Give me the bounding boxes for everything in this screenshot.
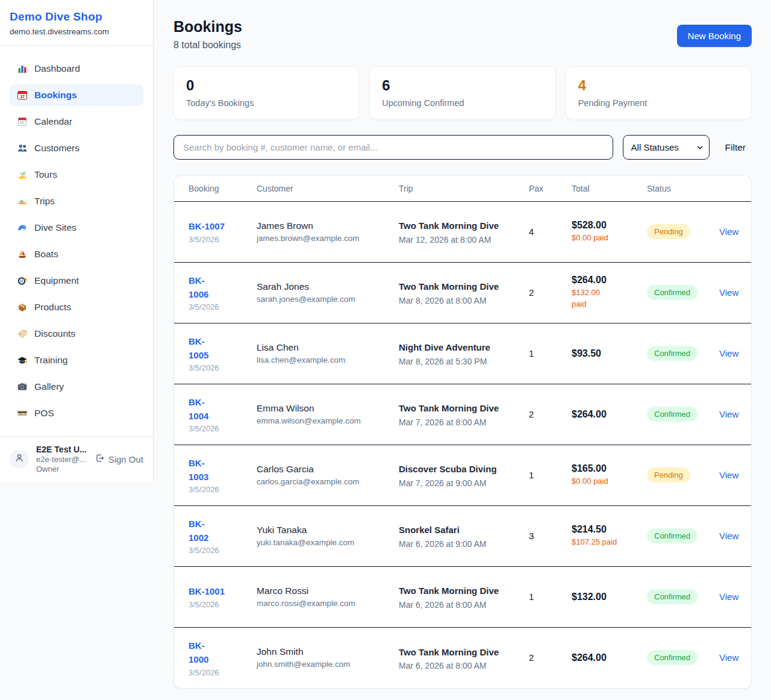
view-link[interactable]: View [719,470,738,480]
customer-name: Yuki Tanaka [257,525,399,536]
booking-id-link[interactable]: BK-1004 [189,395,257,423]
sidebar-item-dashboard[interactable]: Dashboard [10,58,143,80]
sidebar-item-equipment[interactable]: Equipment [10,270,143,292]
stat-card: 0Today's Bookings [173,66,360,120]
customer-name: John Smith [257,646,399,657]
column-header-pax: Pax [529,176,572,201]
view-link[interactable]: View [719,287,738,298]
view-link[interactable]: View [719,409,738,419]
sidebar-item-bookings[interactable]: 17Bookings [10,84,143,106]
svg-text:17: 17 [20,95,25,99]
booking-id-link[interactable]: BK-1005 [189,334,257,363]
calendar-date-icon: 17 [17,90,28,101]
stat-card: 6Upcoming Confirmed [369,66,555,120]
column-header-status: Status [647,176,719,201]
trip-time: Mar 6, 2026 at 8:00 AM [399,600,529,610]
sidebar-item-products[interactable]: Products [10,296,143,318]
booking-date: 3/5/2026 [189,546,257,555]
pax-count: 4 [529,227,534,237]
sidebar-item-calendar[interactable]: Calendar [10,111,143,133]
page-header: Bookings 8 total bookings New Booking [173,18,752,51]
sidebar-item-label: Customers [34,143,80,154]
sidebar-item-tours[interactable]: Tours [10,164,143,186]
filter-row: All Statuses Filter [173,135,752,160]
brand-block: Demo Dive Shop demo.test.divestreams.com [0,0,153,46]
view-link[interactable]: View [719,592,738,602]
pax-count: 1 [529,470,534,480]
sidebar-item-customers[interactable]: Customers [10,137,143,159]
trip-time: Mar 12, 2026 at 8:00 AM [399,235,529,245]
stat-label: Upcoming Confirmed [382,98,543,108]
column-header-trip: Trip [399,176,529,201]
view-link[interactable]: View [719,531,738,541]
island-icon [17,169,28,180]
view-link[interactable]: View [719,652,738,663]
speedboat-icon [17,196,28,207]
booking-id-link[interactable]: BK-1001 [189,584,257,598]
booking-id-link[interactable]: BK-1007 [189,219,257,233]
trip-time: Mar 6, 2026 at 8:00 AM [399,661,529,670]
booking-date: 3/5/2026 [189,668,257,677]
total-amount: $214.50 [572,524,647,535]
status-badge: Confirmed [647,650,698,665]
column-header-total: Total [572,176,647,201]
sidebar-item-label: POS [34,408,54,419]
filter-button[interactable]: Filter [719,142,752,153]
customer-email: james.brown@example.com [257,234,399,243]
table-header-row: BookingCustomerTripPaxTotalStatus [174,176,752,201]
pax-count: 1 [529,348,534,358]
package-icon [17,302,28,313]
booking-date: 3/5/2026 [189,302,257,311]
customer-email: john.smith@example.com [257,660,399,669]
sidebar-item-trips[interactable]: Trips [10,190,143,212]
status-badge: Confirmed [647,407,698,422]
booking-id-link[interactable]: BK-1003 [189,456,257,484]
sidebar-item-pos[interactable]: POS [10,402,143,424]
sidebar-item-gallery[interactable]: Gallery [10,376,143,398]
sidebar-item-discounts[interactable]: Discounts [10,323,143,345]
pax-count: 3 [529,531,534,541]
view-link[interactable]: View [719,227,738,237]
table-row: BK-10053/5/2026Lisa Chenlisa.chen@exampl… [174,323,752,384]
page-subtitle: 8 total bookings [173,40,242,51]
table-row: BK-10033/5/2026Carlos Garciacarlos.garci… [174,445,752,505]
table-row: BK-10043/5/2026Emma Wilsonemma.wilson@ex… [174,384,752,445]
status-select[interactable]: All Statuses [623,135,710,160]
trip-time: Mar 7, 2026 at 9:00 AM [399,478,529,488]
sign-out-button[interactable]: Sign Out [95,453,143,465]
customer-email: emma.wilson@example.com [257,416,399,425]
main-content: Bookings 8 total bookings New Booking 0T… [154,0,771,689]
booking-id-link[interactable]: BK-1002 [189,517,257,545]
stat-value: 4 [578,77,739,94]
stat-card: 4Pending Payment [566,66,752,120]
search-input[interactable] [173,135,613,160]
paid-amount: $107.25 paid [572,537,647,548]
pax-count: 2 [529,287,534,298]
avatar [10,449,29,469]
booking-id-link[interactable]: BK-1000 [189,639,257,667]
sidebar-item-training[interactable]: Training [10,349,143,371]
stat-label: Today's Bookings [186,98,347,108]
bookings-table-card: BookingCustomerTripPaxTotalStatus BK-100… [173,175,752,689]
booking-id-link[interactable]: BK-1006 [189,273,257,302]
paid-amount: $0.00 paid [572,476,647,487]
sidebar-item-boats[interactable]: Boats [10,243,143,265]
paid-amount: $132.00paid [572,287,609,310]
status-badge: Pending [647,467,690,483]
user-email: e2e-tester@... [36,455,87,464]
pax-count: 2 [529,652,534,663]
new-booking-button[interactable]: New Booking [677,25,752,47]
customer-name: Carlos Garcia [257,464,399,475]
booking-date: 3/5/2026 [189,600,257,609]
trip-name: Discover Scuba Diving [399,462,510,476]
sidebar-item-dive-sites[interactable]: Dive Sites [10,217,143,239]
total-amount: $264.00 [572,652,647,663]
view-link[interactable]: View [719,348,738,358]
booking-date: 3/5/2026 [189,363,257,372]
sidebar-nav: Dashboard17BookingsCalendarCustomersTour… [0,46,153,435]
sidebar-item-label: Trips [34,196,55,207]
shop-name: Demo Dive Shop [10,10,143,23]
total-amount: $264.00 [572,275,647,286]
user-info: E2E Test U... e2e-tester@... Owner [36,445,87,473]
table-row: BK-10023/5/2026Yuki Tanakayuki.tanaka@ex… [174,505,752,566]
